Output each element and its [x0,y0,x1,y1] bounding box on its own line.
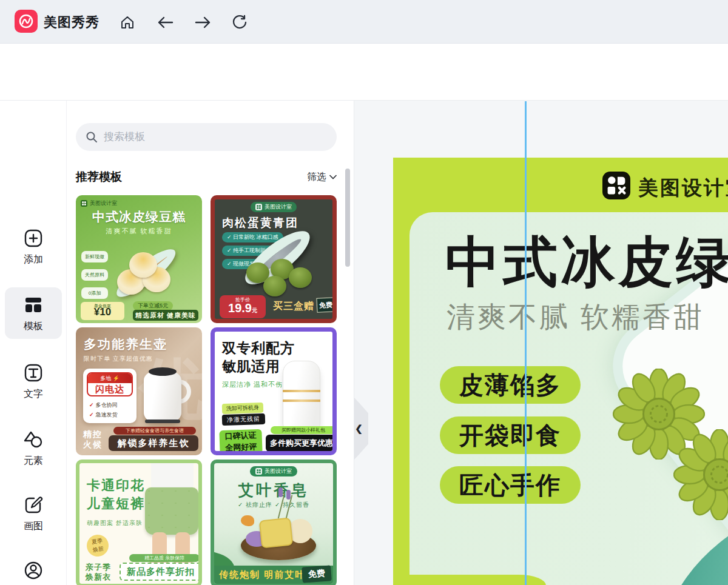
panel-scrollbar[interactable] [345,169,350,267]
card-badge: 净澈无残留 [222,413,266,426]
card-features: ✓ 祛痱止痒 ✓ 持久留香 [214,501,333,509]
card-banner: 精选原材 健康美味 [133,310,198,321]
left-rail: 添加 模板 文字 元素 画图 我 [0,101,67,585]
canvas-subtitle-text[interactable]: 清爽不腻 软糯香甜 [447,298,704,336]
sidebar-item-draw[interactable]: 画图 [5,487,62,539]
template-card-soap[interactable]: 美图设计室 艾叶香皂 ✓ 祛痱止痒 ✓ 持久留香 传统炮制 明前艾叶 免费 [211,460,337,585]
design-logo-mini-icon [81,200,87,207]
card-subtitle: 清爽不腻 软糯香甜 [76,227,202,236]
sidebar-label-add: 添加 [24,253,43,266]
canvas-title-text[interactable]: 中式冰皮绿豆糕 [445,226,728,299]
text-icon [23,363,44,383]
quality-ribbon: 精工品质 亲肤保障 [129,554,200,562]
canvas-tag-pill[interactable]: 匠心手作 [440,466,581,504]
draw-icon [23,495,44,515]
add-icon [23,228,44,249]
profile-icon [23,560,44,581]
meitu-logo[interactable] [15,10,38,33]
promo-text: 买三盒赠 [273,300,314,313]
design-logo-mini-icon [255,468,262,475]
template-card-kids-shorts[interactable]: 卡通印花儿童短裤 萌趣图案 舒适亲肤 夏季焕新 亲子季焕新衣 精工品质 亲肤保障… [76,460,202,585]
editor-toolbar: 美图设计室 文件 简约时尚风绿色食品类糕点... 保存 [0,44,728,101]
mooncake-flower [673,429,728,520]
card-side-label: 亲子季焕新衣 [86,563,111,582]
home-button[interactable] [117,12,138,33]
card-side-label: 精控火候 [83,429,103,450]
sidebar-item-elements[interactable]: 元素 [5,422,62,473]
guide-line[interactable] [525,101,527,585]
canvas-brand-logo [602,172,630,199]
canvas-tag-pill[interactable]: 开袋即食 [440,416,581,454]
card-brand-badge: 美图设计室 [250,466,297,476]
chevron-left-icon: ❮ [355,423,363,434]
card-brand-badge: 美图设计室 [251,202,297,212]
card-feature: ✓急速发货 [89,411,118,419]
card-subtitle: 萌趣图案 舒适亲肤 [87,519,143,527]
app-name: 美图秀秀 [44,13,99,32]
card-badge: 天然原料 [81,269,108,281]
cleanser-photo [283,361,320,432]
card-title: 卡通印花儿童短裤 [87,476,145,513]
canvas-brand-text: 美图设计室 [638,175,728,202]
workspace: ❮ 美图设计室 [354,101,728,585]
sidebar-label-elements: 元素 [24,455,43,467]
card-title: 艾叶香皂 [214,480,333,500]
canvas-tag-pill[interactable]: 皮薄馅多 [440,366,581,404]
promo-pill: 下单立减5元 [133,301,173,310]
sidebar-item-text[interactable]: 文字 [5,355,62,407]
sidebar-label-text: 文字 [24,388,43,401]
gift-ribbon: 下单赠轻食食谱与养生食谱 [113,427,196,435]
back-arrow-icon [157,16,174,29]
card-badge: 洗卸可拆机身 [222,403,264,414]
card-subtitle: 深层洁净 温和不伤肤 [222,380,290,389]
section-title: 推荐模板 [76,169,122,185]
feature-card: 多地 ⚡ 闪电达 ✓多仓协同 ✓急速发货 [83,369,136,423]
card-banner: 新品多件享折扣 [120,563,202,581]
sidebar-item-templates[interactable]: 模板 [5,287,62,339]
card-feature: ✓ 日常新吃 冰糯口感 [222,232,283,242]
sidebar-item-mine[interactable]: 我的 [5,553,62,585]
home-icon [120,15,135,30]
canvas-bottom-band [393,575,546,585]
card-badge: 新鲜现做 [81,251,108,262]
card-title: 肉松蛋黄青团 [222,215,298,231]
review-stamp: 口碑认证全网好评 [219,429,262,455]
price-badge: 抢手价 19.9元 [220,295,266,318]
card-subtitle: 限时下单 立享超值优惠 [84,355,153,363]
search-input[interactable] [104,131,327,143]
card-title: 中式冰皮绿豆糕 [76,209,202,226]
design-logo-mini-icon [255,204,262,210]
template-card-cleanser[interactable]: 双专利配方敏肌适用 深层洁净 温和不伤肤 洗卸可拆机身 净澈无残留 口碑认证全网… [211,327,337,455]
panel-collapse-handle[interactable]: ❮ [354,396,368,461]
price-badge: 单盒低至 ¥10 [81,302,124,320]
sidebar-label-draw: 画图 [24,520,43,533]
card-banner: 传统炮制 明前艾叶 [219,569,305,581]
template-card-mungbean-cake[interactable]: 美图设计室 中式冰皮绿豆糕 清爽不腻 软糯香甜 新鲜现做 天然原料 0添加 单盒… [76,195,202,323]
template-card-health-kettle[interactable]: 优 多功能养生壶 限时下单 立享超值优惠 多地 ⚡ 闪电达 ✓多仓协同 ✓急速发… [76,327,202,455]
design-canvas[interactable]: 美图设计室 [393,158,728,585]
forward-button[interactable] [193,12,214,33]
elements-icon [22,429,44,450]
templates-panel: 推荐模板 筛选 美图设计室 中式冰皮绿豆糕 清爽不腻 软糯香甜 新鲜现做 天然原… [67,101,354,585]
card-title: 多功能养生壶 [84,336,167,353]
kettle-photo [144,372,181,422]
sidebar-label-templates: 模板 [24,320,43,333]
refresh-icon [232,15,248,30]
card-brand-badge: 美图设计室 [81,199,117,207]
template-card-qingtuan[interactable]: 美图设计室 肉松蛋黄青团 ✓ 日常新吃 冰糯口感 ✓ 纯手工现制新鲜 ✓ 现做现… [211,195,337,323]
filter-chevron-icon [329,175,337,179]
gift-ribbon: 买即赠同款小样礼包 [271,426,336,434]
back-button[interactable] [155,12,175,33]
search-icon [86,131,98,143]
meitu-logo-icon [18,13,35,30]
card-badge: 0添加 [81,287,108,299]
card-banner: 解锁多样养生饮 [109,435,198,451]
card-feature: ✓多仓协同 [89,401,118,409]
flash-delivery-badge: 多地 ⚡ 闪电达 [87,372,133,396]
sidebar-item-add[interactable]: 添加 [5,221,62,272]
template-search-box[interactable] [76,123,337,151]
refresh-button[interactable] [229,12,250,33]
templates-icon [23,295,44,315]
card-badge: 夏季焕新 [86,533,110,558]
filter-button[interactable]: 筛选 [307,171,337,184]
